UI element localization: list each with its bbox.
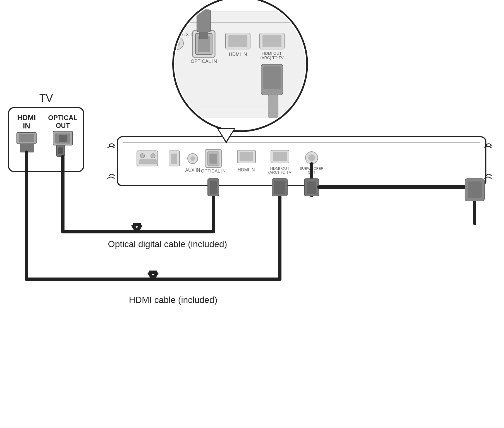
tv-hdmi-in-label: IN [23, 122, 30, 130]
power-circle-left [140, 154, 145, 158]
hdmi-in-inner [240, 152, 253, 161]
subwoofer-large-connector-inner [468, 181, 482, 198]
hdmi-out-arc-label2: (ARC) TO TV [268, 170, 292, 174]
soundbar-optical-connector-inner [210, 181, 217, 194]
wavy-left-bot2 [108, 177, 114, 179]
hdmi-out-arc-inner [273, 152, 287, 161]
tv-hdmi-label: HDMI [17, 113, 36, 122]
power-port-bottom [139, 160, 157, 164]
subwoofer-connector-inner [307, 181, 316, 194]
subwoofer-out-inner [308, 154, 315, 161]
optical-cable-label: Optical digital cable (included) [108, 239, 227, 249]
power-circle-right [151, 154, 155, 158]
tv-hdmi-port-inner [19, 134, 34, 142]
aux-in-label: AUX IN [185, 168, 200, 173]
tv-optical-out-label2: OUT [56, 122, 70, 129]
zoom-optical-label: OPTICAL IN [191, 59, 217, 64]
usb-port-inner [171, 154, 177, 164]
tv-optical-port-center [59, 135, 67, 142]
hdmi-in-soundbar-label: HDMI IN [238, 168, 255, 172]
zoom-bg [173, 11, 310, 117]
zoom-content: AUX IN OPTICAL IN HDMI IN HDMI OUT (ARC)… [171, 6, 310, 117]
optical-in-center [209, 154, 217, 164]
zoom-hdmi-connector-inner [263, 66, 281, 89]
wavy-left-bot [109, 174, 114, 176]
diagram-container: TV HDMI IN OPTICAL OUT AUX I [0, 0, 504, 428]
zoom-hdmi-in-inner [228, 35, 247, 47]
zoom-hdmi-in-label: HDMI IN [229, 52, 247, 57]
tv-optical-connector-inner [58, 147, 63, 154]
zoom-hdmi-arc-label1: HDMI OUT [262, 51, 282, 56]
aux-port-inner [190, 156, 195, 161]
zoom-hdmi-arc-inner [262, 35, 281, 47]
hdmi-cable-label: HDMI cable (included) [129, 295, 218, 305]
soundbar-hdmi-connector-inner [274, 181, 285, 194]
wavy-right-bot [486, 174, 491, 176]
zoom-optical-connector-tip [200, 32, 208, 39]
zoom-hdmi-cable [268, 95, 278, 117]
zoom-hdmi-arc-label2: (ARC) TO TV [260, 56, 284, 60]
tv-optical-out-label: OPTICAL [48, 114, 77, 121]
tv-label: TV [39, 92, 53, 104]
optical-in-label: OPTICAL IN [201, 169, 226, 173]
wavy-left-top2 [108, 146, 114, 148]
